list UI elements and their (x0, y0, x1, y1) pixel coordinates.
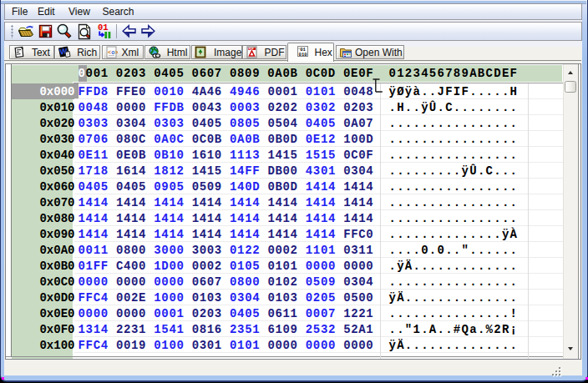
svg-text:PDF: PDF (248, 48, 253, 51)
svg-text:01: 01 (98, 23, 109, 33)
svg-text:010: 010 (298, 52, 307, 58)
svg-text:<o>: <o> (108, 49, 118, 56)
